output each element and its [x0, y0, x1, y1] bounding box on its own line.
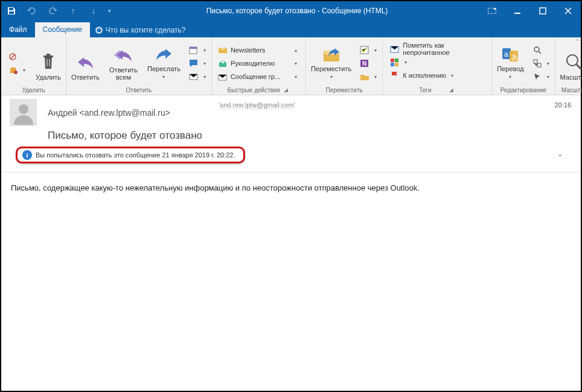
translate-button[interactable]: aあ Перевод▾	[492, 41, 528, 83]
tab-file[interactable]: Файл	[1, 22, 35, 37]
qs1-label: Newsletters	[231, 46, 265, 54]
mark-unread-button[interactable]: Пометить как непрочитанное	[386, 43, 488, 55]
quickstep-more-icon[interactable]: ▾	[287, 71, 304, 83]
quickstep-down-icon[interactable]: ▾	[287, 57, 304, 70]
maximize-icon[interactable]	[530, 1, 555, 21]
group-move: Переместить▾ ▾ N ▾ Переместить	[306, 37, 383, 95]
window-title: Письмо, которое будет отозвано - Сообщен…	[115, 7, 479, 15]
svg-point-29	[567, 55, 578, 66]
svg-rect-27	[534, 60, 537, 63]
info-icon: i	[22, 150, 32, 160]
quickstep-newsletters[interactable]: Newsletters	[214, 44, 286, 57]
message-header: Андрей <and.rew.lptw@mail.ru> 'and.rew.l…	[1, 95, 581, 163]
title-bar: ↑ ↓ ▾ Письмо, которое будет отозвано - С…	[1, 1, 581, 21]
subject: Письмо, которое будет отозвано	[48, 130, 572, 142]
quickstep-up-icon[interactable]: ▴	[287, 44, 304, 57]
svg-rect-1	[494, 8, 496, 10]
follow-up-label: К исполнению	[403, 72, 446, 79]
related-icon[interactable]: ▾	[529, 57, 555, 70]
delete-button[interactable]: Удалить	[31, 41, 66, 83]
svg-rect-10	[190, 47, 197, 49]
follow-up-button[interactable]: К исполнению▾	[386, 69, 488, 82]
group-tags: Пометить как непрочитанное ▾ К исполнени…	[383, 37, 492, 95]
quickstep-team[interactable]: Сообщение гр...	[214, 71, 286, 83]
quick-access-toolbar: ↑ ↓ ▾	[1, 1, 115, 21]
group-delete: ▾ Удалить Удалить	[1, 37, 66, 95]
svg-text:あ: あ	[511, 53, 518, 60]
undo-icon[interactable]	[22, 1, 42, 21]
group-tags-label: Теги	[419, 87, 431, 93]
group-delete-label: Удалить	[1, 87, 66, 95]
next-icon[interactable]: ↓	[83, 1, 104, 21]
group-respond-label: Ответить	[66, 87, 211, 95]
qa-customize-icon[interactable]: ▾	[104, 1, 115, 21]
junk-icon[interactable]: ▾	[5, 64, 31, 77]
mark-unread-label: Пометить как непрочитанное	[403, 42, 484, 56]
reply-button[interactable]: Ответить	[66, 41, 104, 83]
svg-text:a: a	[504, 50, 508, 58]
close-icon[interactable]	[555, 1, 581, 21]
qs2-label: Руководителю	[231, 60, 275, 67]
categorize-icon[interactable]: ▾	[386, 56, 488, 69]
collapse-header-icon[interactable]: ⌄	[557, 150, 563, 158]
ribbon-display-icon[interactable]	[479, 1, 505, 21]
from-text: Андрей <and.rew.lptw@mail.ru>	[48, 108, 170, 118]
qs3-label: Сообщение гр...	[231, 73, 280, 80]
group-move-label: Переместить	[306, 87, 382, 95]
recall-banner: i Вы попытались отозвать это сообщение 2…	[16, 147, 245, 163]
save-icon[interactable]	[1, 1, 22, 21]
zoom-label: Масштаб	[560, 74, 582, 81]
svg-rect-2	[514, 13, 520, 14]
move-button[interactable]: Переместить▾	[306, 41, 356, 83]
svg-point-8	[14, 71, 18, 74]
group-respond: Ответить Ответить всем Переслать ▾ ▾ ▾ ▾…	[66, 37, 212, 95]
window: ↑ ↓ ▾ Письмо, которое будет отозвано - С…	[0, 0, 582, 392]
redo-icon[interactable]	[42, 1, 63, 21]
ignore-icon[interactable]	[5, 51, 31, 63]
tell-me-input[interactable]: Что вы хотите сделать?	[95, 22, 186, 37]
window-controls	[479, 1, 581, 21]
im-icon[interactable]: ▾	[185, 57, 211, 70]
actions-icon[interactable]: ▾	[356, 71, 382, 83]
quickstep-manager[interactable]: Руководителю	[214, 57, 286, 70]
svg-rect-21	[395, 63, 398, 66]
forward-button[interactable]: Переслать ▾	[142, 41, 185, 83]
collapse-ribbon-icon[interactable]: ˆ	[576, 39, 578, 46]
svg-rect-3	[540, 8, 546, 14]
svg-point-12	[222, 61, 224, 63]
message-body: Письмо, содержащее какую-то нежелательну…	[1, 172, 581, 203]
svg-rect-20	[391, 63, 394, 66]
find-icon[interactable]	[529, 44, 555, 57]
svg-point-26	[534, 47, 539, 52]
recall-banner-text: Вы попытались отозвать это сообщение 21 …	[36, 151, 235, 159]
svg-rect-19	[395, 58, 398, 62]
move-label: Переместить	[311, 65, 351, 72]
group-editing: aあ Перевод▾ ▾ ▾ Редактирование	[492, 37, 555, 95]
group-quick-steps: Newsletters Руководителю Сообщение гр...…	[212, 37, 306, 95]
minimize-icon[interactable]	[505, 1, 530, 21]
more-respond-icon[interactable]: ▾	[185, 71, 211, 83]
svg-rect-18	[391, 58, 394, 62]
svg-point-30	[19, 104, 28, 114]
tab-message[interactable]: Сообщение	[35, 22, 90, 37]
select-icon[interactable]: ▾	[529, 71, 555, 83]
to-line: 'and.rew.lptw@gmail.com'	[219, 101, 295, 109]
tags-dialog-launcher-icon[interactable]: ◢	[449, 87, 455, 93]
translate-label: Перевод	[497, 65, 523, 72]
onenote-icon[interactable]: N	[356, 57, 382, 70]
prev-icon[interactable]: ↑	[63, 1, 83, 21]
ribbon: ▾ Удалить Удалить Ответить Ответить всем	[1, 37, 581, 95]
svg-rect-28	[537, 63, 541, 67]
reply-all-button[interactable]: Ответить всем	[104, 41, 142, 83]
meeting-icon[interactable]: ▾	[185, 44, 211, 57]
dialog-launcher-icon[interactable]: ◢	[284, 87, 290, 93]
svg-text:N: N	[362, 60, 366, 67]
rules-icon[interactable]: ▾	[356, 44, 382, 57]
group-zoom: Масштаб Масштаб	[555, 37, 582, 95]
ribbon-tabs: Файл Сообщение Что вы хотите сделать?	[1, 21, 581, 37]
tell-me-placeholder: Что вы хотите сделать?	[106, 26, 186, 34]
delete-label: Удалить	[36, 74, 61, 81]
zoom-button[interactable]: Масштаб	[555, 41, 582, 83]
group-edit-label: Редактирование	[492, 87, 554, 95]
body-text: Письмо, содержащее какую-то нежелательну…	[11, 183, 420, 192]
